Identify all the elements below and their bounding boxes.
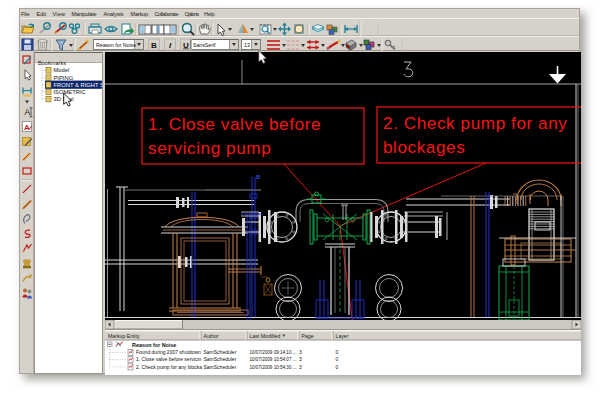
svg-text:Layer: Layer [336, 333, 349, 339]
svg-text:SamScheduler: SamScheduler [204, 364, 237, 370]
svg-text:Analysis: Analysis [104, 11, 124, 17]
svg-text:Author: Author [204, 333, 220, 339]
svg-text:PIPING: PIPING [54, 75, 74, 81]
svg-text:10/07/2009 10:54:30 ...: 10/07/2009 10:54:30 ... [250, 364, 297, 370]
svg-text:Page: Page [302, 333, 314, 339]
svg-text:SansSerif: SansSerif [193, 42, 216, 48]
svg-text:A: A [25, 107, 31, 117]
svg-text:Reason for Noise: Reason for Noise [96, 42, 136, 48]
svg-text:10/07/2009 10:54:07 ...: 10/07/2009 10:54:07 ... [250, 356, 297, 362]
svg-text:3: 3 [299, 349, 302, 355]
svg-text:1. Close valve before servicin: 1. Close valve before servicin [136, 356, 202, 362]
svg-text:2. Check pump for any blocka: 2. Check pump for any blocka [136, 364, 202, 370]
svg-text:Model: Model [54, 67, 70, 73]
svg-text:Last Modified: Last Modified [250, 333, 281, 339]
svg-text:10/07/2009 09:14:10 ...: 10/07/2009 09:14:10 ... [250, 349, 297, 355]
svg-text:Collaborate: Collaborate [155, 11, 179, 17]
svg-text:Options: Options [185, 11, 200, 17]
svg-text:blockages: blockages [383, 137, 465, 157]
svg-text:SamScheduler: SamScheduler [204, 349, 237, 355]
svg-text:13: 13 [244, 42, 250, 48]
svg-text:B: B [151, 41, 157, 50]
svg-text:2. Check pump for any: 2. Check pump for any [383, 113, 567, 133]
svg-text:Markup: Markup [131, 11, 149, 17]
svg-text:Help: Help [204, 11, 215, 17]
svg-text:A: A [24, 123, 30, 132]
svg-text:File: File [21, 11, 30, 17]
svg-text:Reason for Noise: Reason for Noise [132, 342, 176, 348]
svg-text:U: U [183, 41, 189, 50]
svg-text:View: View [53, 11, 66, 17]
svg-text:Manipulate: Manipulate [72, 11, 97, 17]
svg-text:servicing pump: servicing pump [148, 138, 271, 158]
svg-text:B: B [256, 174, 260, 180]
svg-text:I: I [169, 41, 172, 50]
svg-text:Edit: Edit [37, 11, 47, 17]
svg-text:0: 0 [336, 364, 339, 370]
svg-text:3: 3 [299, 364, 302, 370]
svg-text:Found during 2007 shutdown: Found during 2007 shutdown [136, 349, 201, 355]
svg-text:0: 0 [336, 356, 339, 362]
svg-text:Markup Entity: Markup Entity [108, 333, 140, 339]
svg-text:3: 3 [299, 356, 302, 362]
svg-text:FRONT & RIGHT SID: FRONT & RIGHT SID [54, 82, 103, 88]
svg-text:1. Close valve before: 1. Close valve before [148, 114, 321, 134]
svg-text:0: 0 [336, 349, 339, 355]
svg-text:SamScheduler: SamScheduler [204, 356, 237, 362]
